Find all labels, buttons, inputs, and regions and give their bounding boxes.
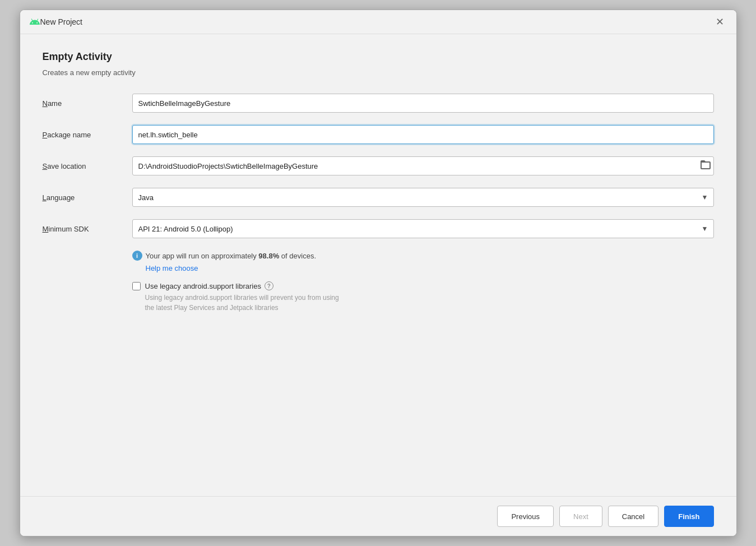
close-button[interactable]: ✕: [712, 16, 727, 28]
checkbox-label: Use legacy android.support libraries: [145, 282, 261, 290]
previous-button[interactable]: Previous: [497, 506, 554, 527]
minimum-sdk-select-wrapper: API 16: Android 4.1 (Jelly Bean) API 17:…: [132, 219, 714, 238]
name-row: Name: [43, 94, 714, 113]
save-location-input-wrapper: [132, 156, 714, 175]
language-select-wrapper: Java Kotlin ▼: [132, 188, 714, 207]
finish-button[interactable]: Finish: [664, 506, 713, 527]
save-location-label: Save location: [43, 162, 132, 170]
minimum-sdk-select[interactable]: API 16: Android 4.1 (Jelly Bean) API 17:…: [132, 219, 714, 238]
help-me-choose-link[interactable]: Help me choose: [146, 264, 714, 272]
dialog-footer: Previous Next Cancel Finish: [20, 496, 736, 536]
legacy-help-icon[interactable]: ?: [265, 281, 273, 290]
dialog-content: Empty Activity Creates a new empty activ…: [20, 34, 736, 496]
folder-browse-icon[interactable]: [701, 160, 711, 172]
checkbox-description: Using legacy android.support libraries w…: [145, 293, 339, 313]
page-title: Empty Activity: [43, 51, 714, 63]
minimum-sdk-label: Minimum SDK: [43, 225, 132, 233]
save-location-input[interactable]: [132, 156, 714, 175]
name-label: Name: [43, 99, 132, 108]
info-icon: i: [132, 251, 142, 261]
android-icon: [29, 16, 40, 27]
minimum-sdk-row: Minimum SDK API 16: Android 4.1 (Jelly B…: [43, 219, 714, 238]
sdk-info-section: i Your app will run on approximately 98.…: [132, 251, 714, 272]
page-subtitle: Creates a new empty activity: [43, 68, 714, 77]
sdk-coverage-line: i Your app will run on approximately 98.…: [132, 251, 714, 261]
next-button[interactable]: Next: [559, 506, 602, 527]
checkbox-label-group: Use legacy android.support libraries ? U…: [145, 281, 339, 313]
legacy-libraries-checkbox[interactable]: [132, 282, 141, 290]
new-project-dialog: New Project ✕ Empty Activity Creates a n…: [20, 10, 737, 536]
language-select[interactable]: Java Kotlin: [132, 188, 714, 207]
package-name-row: Package name: [43, 125, 714, 144]
title-bar: New Project ✕: [20, 10, 736, 34]
checkbox-label-text: Use legacy android.support libraries ?: [145, 281, 339, 290]
package-name-label: Package name: [43, 131, 132, 139]
sdk-percentage: 98.8%: [258, 252, 279, 260]
language-label: Language: [43, 193, 132, 202]
name-input[interactable]: [132, 94, 714, 113]
save-location-row: Save location: [43, 156, 714, 175]
sdk-info-text: Your app will run on approximately 98.8%…: [146, 252, 317, 260]
dialog-title: New Project: [40, 17, 712, 26]
legacy-libraries-row: Use legacy android.support libraries ? U…: [132, 281, 714, 313]
cancel-button[interactable]: Cancel: [608, 506, 658, 527]
package-name-input[interactable]: [132, 125, 714, 144]
language-row: Language Java Kotlin ▼: [43, 188, 714, 207]
